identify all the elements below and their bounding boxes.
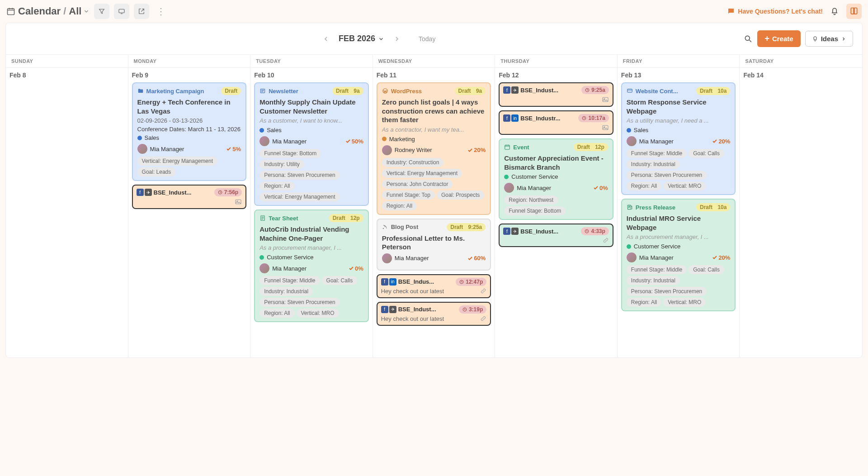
clock-icon bbox=[585, 229, 589, 233]
image-icon bbox=[235, 198, 242, 205]
card-category: Marketing bbox=[389, 136, 415, 143]
filter-button[interactable] bbox=[94, 4, 109, 19]
tag-pill: Region: All bbox=[259, 309, 294, 318]
day-cell[interactable]: Feb 10 Newsletter Draft 9a Monthly Suppl… bbox=[250, 68, 373, 357]
social-card[interactable]: f ✈ BSE_Indust... 4:33p bbox=[499, 224, 613, 247]
facebook-icon: f bbox=[381, 306, 388, 313]
progress-pct: 0% bbox=[349, 265, 363, 272]
day-cell[interactable]: Feb 14 bbox=[740, 68, 862, 357]
status-badge: Draft 9a bbox=[332, 87, 363, 95]
chat-link[interactable]: Have Questions? Let's chat! bbox=[727, 7, 823, 15]
progress-pct: 20% bbox=[467, 147, 486, 153]
event-card[interactable]: Newsletter Draft 9a Monthly Supply Chain… bbox=[254, 82, 369, 206]
day-cell[interactable]: Feb 13 Website Cont... Draft 10a Storm R… bbox=[618, 68, 740, 357]
assignee: Rodney Writer bbox=[395, 147, 432, 153]
check-icon bbox=[712, 255, 717, 260]
breadcrumb-view: All bbox=[69, 5, 81, 17]
link-icon bbox=[480, 315, 486, 322]
tag-pill: Funnel Stage: Bottom bbox=[504, 206, 566, 215]
tag-pill: Region: All bbox=[259, 181, 294, 190]
social-card[interactable]: f ✈ BSE_Indust... 3:19p Hey check out ou… bbox=[377, 302, 491, 326]
card-type: Event bbox=[513, 144, 571, 151]
social-card[interactable]: f ✈ BSE_Indust... 9:25a bbox=[499, 82, 613, 107]
bell-icon[interactable] bbox=[830, 7, 839, 16]
progress-pct: 20% bbox=[712, 138, 730, 145]
week-row: Feb 8 Feb 9 Marketing Campaign Draft Ene… bbox=[6, 68, 862, 357]
month-picker[interactable]: FEB 2026 bbox=[339, 34, 384, 43]
create-button[interactable]: + Create bbox=[757, 30, 800, 47]
search-button[interactable] bbox=[744, 34, 753, 43]
card-title: Storm Response Service Webpage bbox=[627, 98, 731, 115]
card-desc: As a procurement manager, I ... bbox=[259, 244, 363, 251]
avatar bbox=[627, 136, 637, 146]
social-card[interactable]: f ✈ BSE_Indust... 7:56p bbox=[132, 185, 247, 209]
card-type: Blog Post bbox=[391, 224, 444, 230]
progress-pct: 50% bbox=[345, 138, 363, 145]
tag-pill: Vertical: Energy Management bbox=[259, 192, 340, 201]
event-card[interactable]: WordPress Draft 9a Zero punch list goals… bbox=[377, 82, 491, 215]
event-card[interactable]: Marketing Campaign Draft Energy + Tech C… bbox=[132, 82, 247, 181]
assignee: Mia Manager bbox=[639, 138, 674, 145]
linkedin-icon: in bbox=[511, 114, 519, 122]
day-cell[interactable]: Feb 9 Marketing Campaign Draft Energy + … bbox=[128, 68, 251, 357]
event-card[interactable]: Website Cont... Draft 10a Storm Response… bbox=[621, 82, 736, 195]
docs-button[interactable] bbox=[846, 4, 862, 19]
date-label: Feb 14 bbox=[743, 71, 859, 79]
date-label: Feb 13 bbox=[621, 71, 736, 79]
tag-pill: Vertical: MRO bbox=[663, 298, 706, 307]
category-dot bbox=[137, 136, 142, 140]
tag-pill: Region: Northwest bbox=[504, 195, 558, 205]
date-label: Feb 12 bbox=[499, 71, 613, 79]
category-dot bbox=[382, 137, 387, 141]
day-cell[interactable]: Feb 12 f ✈ BSE_Indust... 9:25a bbox=[495, 68, 618, 357]
ideas-button[interactable]: Ideas bbox=[805, 31, 853, 47]
tag-pill: Industry: Industrial bbox=[627, 276, 680, 285]
avatar bbox=[382, 145, 392, 155]
status-badge: Draft 9a bbox=[455, 87, 486, 95]
card-title: Industrial MRO Service Webpage bbox=[627, 214, 731, 232]
next-month-button[interactable] bbox=[390, 33, 404, 44]
day-header: THURSDAY bbox=[495, 55, 618, 67]
day-cell[interactable]: Feb 11 WordPress Draft 9a Zero punch lis… bbox=[373, 68, 495, 357]
assignee: Mia Manager bbox=[272, 138, 307, 145]
today-button[interactable]: Today bbox=[419, 35, 435, 43]
event-card[interactable]: Blog Post Draft 9:25a Professional Lette… bbox=[377, 219, 491, 271]
day-cell[interactable]: Feb 8 bbox=[6, 68, 128, 357]
card-desc: As a customer, I want to know... bbox=[259, 117, 363, 124]
month-label: FEB 2026 bbox=[339, 34, 375, 43]
tag-pill: Persona: John Contractor bbox=[382, 180, 453, 189]
event-card[interactable]: Tear Sheet Draft 12p AutoCrib Industrial… bbox=[254, 209, 369, 322]
chevron-right-icon bbox=[841, 36, 846, 42]
breadcrumb-view-dropdown[interactable]: All bbox=[69, 5, 90, 17]
check-icon bbox=[467, 148, 473, 153]
card-title: Customer Appreciation Event - Bismarck B… bbox=[504, 154, 608, 171]
social-card[interactable]: f in BSE_Indus... 12:47p Hey check out o… bbox=[377, 274, 491, 298]
avatar bbox=[627, 252, 637, 262]
event-icon bbox=[504, 144, 510, 150]
svg-point-2 bbox=[745, 36, 750, 40]
sheet-icon bbox=[259, 215, 266, 221]
date-label: Feb 9 bbox=[132, 71, 247, 79]
event-card[interactable]: Press Release Draft 10a Industrial MRO S… bbox=[621, 199, 736, 311]
tag-pill: Industry: Construction bbox=[382, 158, 444, 167]
more-button[interactable]: ⋮ bbox=[154, 6, 168, 17]
social-name: BSE_Indust... bbox=[398, 306, 457, 313]
social-name: BSE_Indus... bbox=[398, 278, 454, 285]
chat-text: Have Questions? Let's chat! bbox=[738, 8, 823, 15]
tag-pill: Goal: Calls bbox=[689, 265, 724, 274]
status-badge: Draft 10a bbox=[696, 203, 730, 211]
card-type: Marketing Campaign bbox=[146, 88, 219, 95]
share-button[interactable] bbox=[134, 4, 149, 19]
breadcrumb-root[interactable]: Calendar bbox=[18, 5, 61, 17]
clock-icon bbox=[459, 280, 464, 284]
check-icon bbox=[345, 138, 351, 144]
website-icon bbox=[627, 88, 633, 94]
status-badge: Draft 10a bbox=[696, 87, 730, 95]
social-card[interactable]: f in BSE_Industr... 10:17a bbox=[499, 110, 613, 135]
plus-icon: + bbox=[764, 34, 769, 43]
event-card[interactable]: Event Draft 12p Customer Appreciation Ev… bbox=[499, 138, 613, 220]
facebook-icon: f bbox=[503, 228, 510, 235]
card-type: Newsletter bbox=[269, 88, 330, 95]
prev-month-button[interactable] bbox=[319, 33, 333, 44]
display-button[interactable] bbox=[114, 4, 129, 19]
